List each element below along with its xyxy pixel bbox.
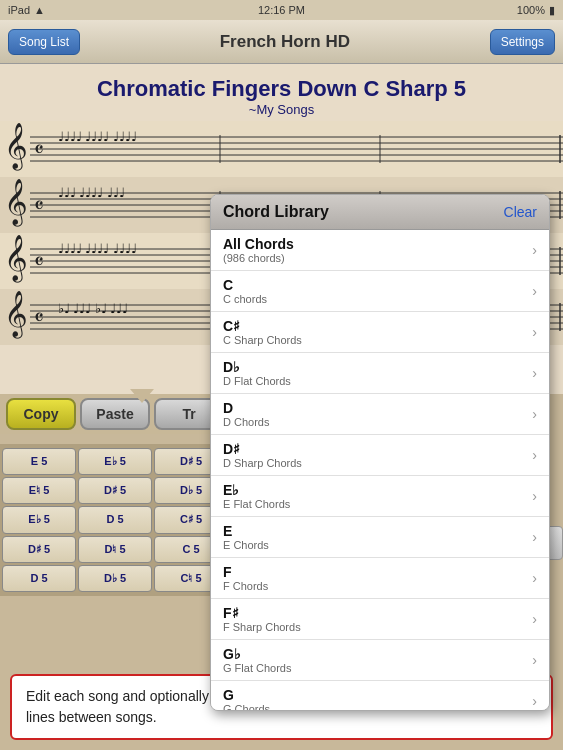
key-en5[interactable]: E♮ 5 — [2, 477, 76, 504]
key-e5[interactable]: E 5 — [2, 448, 76, 475]
chord-library: Chord Library Clear All Chords (986 chor… — [210, 194, 550, 711]
key-db5-2[interactable]: D♭ 5 — [78, 565, 152, 592]
song-subtitle: ~My Songs — [0, 102, 563, 121]
chord-item-name: E — [223, 523, 269, 539]
chord-item-sub: C Sharp Chords — [223, 334, 302, 346]
chord-item-name: G — [223, 687, 270, 703]
chord-item[interactable]: C C chords › — [211, 271, 549, 312]
chord-item-left: F♯ F Sharp Chords — [223, 605, 301, 633]
chord-item-name: D♭ — [223, 359, 291, 375]
key-d5-2[interactable]: D 5 — [2, 565, 76, 592]
key-ds5-2[interactable]: D♯ 5 — [78, 477, 152, 504]
chord-item-sub: D Chords — [223, 416, 269, 428]
chord-item-name: E♭ — [223, 482, 290, 498]
song-title: Chromatic Fingers Down C Sharp 5 — [0, 72, 563, 102]
song-list-button[interactable]: Song List — [8, 29, 80, 55]
key-row-1: E 5 E♭ 5 D♯ 5 — [2, 448, 228, 475]
key-row-3: E♭ 5 D 5 C♯ 5 — [2, 506, 228, 533]
chord-item-name: F♯ — [223, 605, 301, 621]
chord-item-left: D D Chords — [223, 400, 269, 428]
chord-item-sub: D Flat Chords — [223, 375, 291, 387]
chord-item-left: E♭ E Flat Chords — [223, 482, 290, 510]
key-dn5[interactable]: D♮ 5 — [78, 536, 152, 563]
chord-item[interactable]: F F Chords › — [211, 558, 549, 599]
device-label: iPad — [8, 4, 30, 16]
chord-item-name: G♭ — [223, 646, 291, 662]
chord-item-name: C — [223, 277, 267, 293]
chord-chevron-icon: › — [532, 652, 537, 668]
wifi-icon: ▲ — [34, 4, 45, 16]
svg-text:𝄞: 𝄞 — [4, 179, 28, 227]
chord-item[interactable]: G G Chords › — [211, 681, 549, 710]
chord-item[interactable]: F♯ F Sharp Chords › — [211, 599, 549, 640]
svg-text:𝄞: 𝄞 — [4, 235, 28, 283]
status-left: iPad ▲ — [8, 4, 45, 16]
chord-item-name: F — [223, 564, 268, 580]
chord-item-sub: F Chords — [223, 580, 268, 592]
svg-text:𝄴: 𝄴 — [34, 249, 44, 274]
copy-button[interactable]: Copy — [6, 398, 76, 430]
chord-item[interactable]: E E Chords › — [211, 517, 549, 558]
chord-clear-button[interactable]: Clear — [504, 204, 537, 220]
chord-item-sub: F Sharp Chords — [223, 621, 301, 633]
key-eb5[interactable]: E♭ 5 — [78, 448, 152, 475]
nav-title: French Horn HD — [220, 32, 350, 52]
settings-button[interactable]: Settings — [490, 29, 555, 55]
staff-1: 𝄞 𝄴 ♩♩♩♩ ♩♩♩♩ ♩♩♩♩ — [0, 121, 563, 177]
chord-item[interactable]: D♭ D Flat Chords › — [211, 353, 549, 394]
chord-item-left: C♯ C Sharp Chords — [223, 318, 302, 346]
chord-item-left: C C chords — [223, 277, 267, 305]
nav-bar: Song List French Horn HD Settings — [0, 20, 563, 64]
chord-chevron-icon: › — [532, 242, 537, 258]
chord-item-sub: G Flat Chords — [223, 662, 291, 674]
chord-chevron-icon: › — [532, 324, 537, 340]
chord-item-sub: (986 chords) — [223, 252, 294, 264]
copy-paste-row: Copy Paste Tr — [0, 394, 230, 434]
svg-text:𝄴: 𝄴 — [34, 193, 44, 218]
chord-chevron-icon: › — [532, 447, 537, 463]
chord-item[interactable]: D♯ D Sharp Chords › — [211, 435, 549, 476]
battery-icon: ▮ — [549, 4, 555, 17]
chord-chevron-icon: › — [532, 488, 537, 504]
chord-item-left: D♭ D Flat Chords — [223, 359, 291, 387]
svg-text:𝄴: 𝄴 — [34, 305, 44, 330]
chord-chevron-icon: › — [532, 529, 537, 545]
key-ds5-3[interactable]: D♯ 5 — [2, 536, 76, 563]
chord-chevron-icon: › — [532, 283, 537, 299]
battery-label: 100% — [517, 4, 545, 16]
svg-text:𝄴: 𝄴 — [34, 137, 44, 162]
chord-list: All Chords (986 chords) › C C chords › C… — [211, 230, 549, 710]
chord-item[interactable]: D D Chords › — [211, 394, 549, 435]
chord-item-left: D♯ D Sharp Chords — [223, 441, 302, 469]
status-time: 12:16 PM — [258, 4, 305, 16]
key-row-5: D 5 D♭ 5 C♮ 5 — [2, 565, 228, 592]
indicator-triangle — [130, 389, 154, 403]
chord-item-name: D — [223, 400, 269, 416]
svg-text:♩♩♩♩ ♩♩♩♩ ♩♩♩♩: ♩♩♩♩ ♩♩♩♩ ♩♩♩♩ — [58, 241, 137, 256]
chord-item-sub: C chords — [223, 293, 267, 305]
key-row-4: D♯ 5 D♮ 5 C 5 — [2, 536, 228, 563]
chord-item[interactable]: C♯ C Sharp Chords › — [211, 312, 549, 353]
chord-chevron-icon: › — [532, 611, 537, 627]
chord-item-left: G G Chords — [223, 687, 270, 710]
chord-item[interactable]: All Chords (986 chords) › — [211, 230, 549, 271]
chord-item-sub: G Chords — [223, 703, 270, 710]
chord-item-name: D♯ — [223, 441, 302, 457]
chord-item-left: F F Chords — [223, 564, 268, 592]
chord-item[interactable]: E♭ E Flat Chords › — [211, 476, 549, 517]
chord-item-left: All Chords (986 chords) — [223, 236, 294, 264]
svg-text:𝄞: 𝄞 — [4, 123, 28, 171]
status-right: 100% ▮ — [517, 4, 555, 17]
chord-item-left: G♭ G Flat Chords — [223, 646, 291, 674]
chord-library-header: Chord Library Clear — [211, 195, 549, 230]
chord-chevron-icon: › — [532, 406, 537, 422]
chord-item-sub: E Flat Chords — [223, 498, 290, 510]
key-eb5-2[interactable]: E♭ 5 — [2, 506, 76, 533]
chord-chevron-icon: › — [532, 693, 537, 709]
svg-text:♩♩♩ ♩♩♩♩ ♩♩♩: ♩♩♩ ♩♩♩♩ ♩♩♩ — [58, 185, 125, 200]
status-bar: iPad ▲ 12:16 PM 100% ▮ — [0, 0, 563, 20]
piano-keys: E 5 E♭ 5 D♯ 5 E♮ 5 D♯ 5 D♭ 5 E♭ 5 D 5 C♯… — [0, 444, 230, 596]
key-d5[interactable]: D 5 — [78, 506, 152, 533]
chord-item[interactable]: G♭ G Flat Chords › — [211, 640, 549, 681]
chord-item-sub: E Chords — [223, 539, 269, 551]
